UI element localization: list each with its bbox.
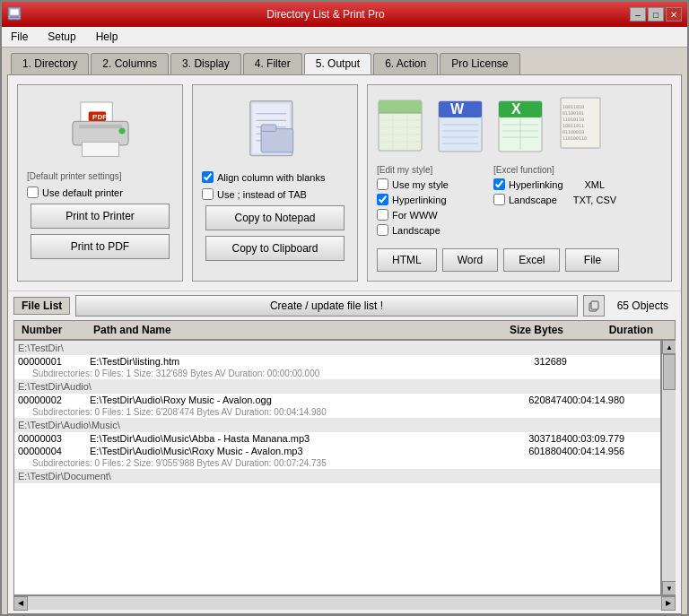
list-item: 00000004 E:\TestDir\Audio\Music\Roxy Mus…	[14, 445, 660, 457]
use-default-printer-label: Use default printer	[42, 187, 123, 198]
use-style-label: Use my style	[392, 179, 449, 190]
excel-landscape-row: Landscape TXT, CSV	[493, 194, 616, 205]
html-format-icon	[377, 99, 423, 152]
tab-columns[interactable]: 2. Columns	[91, 53, 169, 74]
minimize-button[interactable]: –	[630, 7, 646, 22]
align-column-checkbox[interactable]	[202, 171, 214, 183]
use-style-checkbox[interactable]	[377, 178, 388, 190]
excel-hyper-row: Hyperlinking XML	[493, 178, 616, 190]
tab-pro-license[interactable]: Pro License	[440, 53, 519, 74]
hyperlinking-row: Hyperlinking	[377, 194, 449, 205]
for-www-label: For WWW	[392, 210, 438, 221]
close-button[interactable]: ✕	[666, 7, 682, 22]
print-to-printer-button[interactable]: Print to Printer	[31, 204, 170, 229]
copy-to-notepad-button[interactable]: Copy to Notepad	[205, 205, 344, 230]
file-list-header-row: File List Create / update file list ! 65…	[13, 295, 676, 317]
list-item: 00000002 E:\TestDir\Audio\Roxy Music - A…	[14, 394, 660, 406]
excel-hyper-label: Hyperlinking	[509, 179, 563, 190]
scroll-down-button[interactable]: ▼	[662, 581, 676, 595]
use-default-printer-checkbox[interactable]	[27, 187, 39, 198]
align-column-row: Align column with blanks	[202, 171, 348, 183]
col-scroll-space	[657, 323, 671, 337]
col-size: Size Bytes	[477, 323, 567, 337]
for-www-checkbox[interactable]	[377, 209, 388, 221]
excel-button[interactable]: Excel	[503, 248, 560, 272]
col-number: Number	[18, 323, 90, 337]
file-button[interactable]: File	[565, 248, 619, 272]
menu-help[interactable]: Help	[91, 29, 124, 45]
formats-section: W X	[367, 84, 672, 282]
svg-text:01100010: 01100010	[563, 129, 584, 134]
menu-file[interactable]: File	[5, 29, 33, 45]
file-list-label: File List	[13, 297, 70, 315]
excel-landscape-label: Landscape	[509, 195, 557, 205]
title-controls: – □ ✕	[630, 7, 682, 22]
hyperlinking-label: Hyperlinking	[392, 195, 447, 205]
svg-rect-18	[261, 128, 293, 152]
tab-filter[interactable]: 4. Filter	[243, 53, 302, 74]
edit-style-label: [Edit my style]	[377, 165, 449, 175]
use-semicolon-label: Use ; instead of TAB	[217, 189, 307, 200]
word-button[interactable]: Word	[442, 248, 498, 272]
list-item: 00000003 E:\TestDir\Audio\Music\Abba - H…	[14, 432, 660, 445]
maximize-button[interactable]: □	[648, 7, 664, 22]
html-button[interactable]: HTML	[377, 248, 437, 272]
output-panel: PDF [Default printer settings] Use defau…	[8, 75, 681, 291]
hyperlinking-checkbox[interactable]	[377, 194, 388, 205]
scroll-thumb-v[interactable]	[663, 354, 676, 390]
svg-rect-1	[10, 9, 19, 15]
list-item: E:\TestDir\Audio\Music\	[14, 418, 660, 432]
svg-text:11010110: 11010110	[563, 117, 584, 122]
list-item: Subdirectories: 0 Files: 1 Size: 312'689…	[14, 368, 660, 379]
create-update-button[interactable]: Create / update file list !	[75, 295, 577, 317]
vertical-scrollbar[interactable]: ▲ ▼	[661, 340, 676, 595]
horizontal-scrollbar[interactable]: ◀ ▶	[13, 595, 676, 610]
printer-section: PDF [Default printer settings] Use defau…	[17, 84, 183, 282]
tab-directory[interactable]: 1. Directory	[11, 53, 89, 74]
landscape-html-row: Landscape	[377, 224, 449, 236]
txtcsv-label: TXT, CSV	[573, 195, 616, 205]
scroll-right-button[interactable]: ▶	[661, 596, 676, 611]
use-semicolon-row: Use ; instead of TAB	[202, 188, 348, 200]
tab-output[interactable]: 5. Output	[304, 53, 371, 74]
format-buttons: HTML Word Excel File	[377, 248, 619, 272]
landscape-html-checkbox[interactable]	[377, 224, 388, 236]
svg-rect-9	[82, 142, 118, 156]
tab-action[interactable]: 6. Action	[373, 53, 438, 74]
list-item: Subdirectories: 0 Files: 2 Size: 9'055'9…	[14, 457, 660, 469]
app-icon	[7, 6, 22, 23]
table-header: Number Path and Name Size Bytes Duration	[13, 320, 676, 340]
svg-point-10	[118, 127, 125, 134]
scroll-track-v	[662, 354, 676, 581]
title-bar: Directory List & Print Pro – □ ✕	[2, 2, 687, 27]
svg-text:10011010: 10011010	[563, 104, 584, 109]
copy-to-clipboard-button[interactable]: Copy to Clipboard	[205, 236, 344, 261]
excel-function-label: [Excel function]	[493, 165, 616, 175]
svg-rect-8	[79, 124, 122, 127]
file-table[interactable]: E:\TestDir\ 00000001 E:\TestDir\listing.…	[13, 340, 661, 595]
scroll-track-h	[28, 596, 661, 610]
word-format-icon: W	[437, 94, 484, 152]
notepad-section: Align column with blanks Use ; instead o…	[192, 84, 358, 282]
table-body-container: E:\TestDir\ 00000001 E:\TestDir\listing.…	[13, 340, 676, 595]
list-item: Subdirectories: 0 Files: 1 Size: 6'208'4…	[14, 406, 660, 418]
svg-text:PDF: PDF	[92, 113, 107, 121]
excel-landscape-checkbox[interactable]	[493, 194, 505, 205]
tab-display[interactable]: 3. Display	[170, 53, 241, 74]
scroll-up-button[interactable]: ▲	[662, 340, 676, 354]
list-item: E:\TestDir\	[14, 341, 660, 355]
use-default-printer-row: Use default printer	[27, 187, 173, 198]
xml-label: XML	[585, 179, 606, 190]
svg-rect-51	[591, 301, 598, 309]
excel-hyper-checkbox[interactable]	[493, 178, 505, 190]
svg-rect-21	[379, 100, 422, 113]
svg-text:X: X	[511, 101, 521, 117]
scroll-left-button[interactable]: ◀	[13, 596, 28, 611]
print-to-pdf-button[interactable]: Print to PDF	[31, 234, 170, 259]
menu-setup[interactable]: Setup	[42, 29, 81, 45]
copy-list-icon-button[interactable]	[583, 295, 605, 317]
use-semicolon-checkbox[interactable]	[202, 188, 214, 200]
excel-format-icon: X	[497, 94, 544, 152]
file-format-icon: 10011010 01100101 11010110 10011011 0110…	[557, 94, 604, 152]
format-icons-container: W X	[377, 94, 604, 152]
